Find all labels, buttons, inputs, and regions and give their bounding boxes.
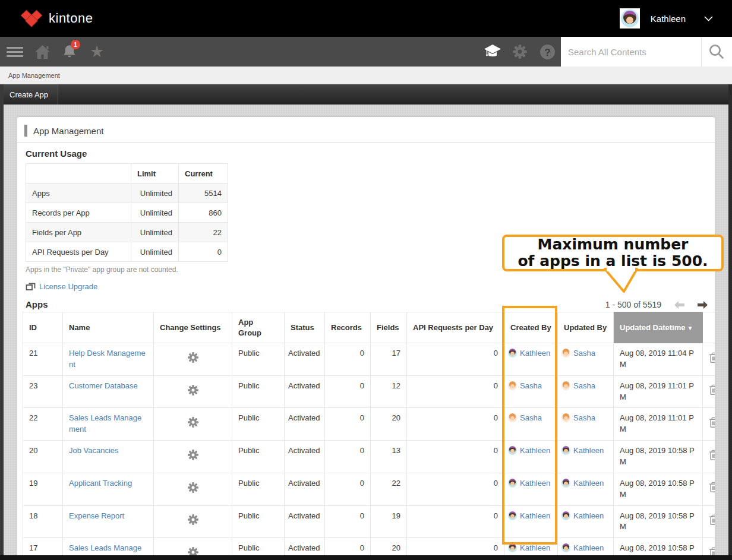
sort-desc-icon: ▼ xyxy=(687,325,693,331)
user-avatar xyxy=(561,381,570,390)
prev-arrow-icon[interactable] xyxy=(674,301,684,309)
breadcrumb-label: App Management xyxy=(8,72,60,79)
action-bar: Create App xyxy=(0,84,732,105)
col-header-app-group: App Group xyxy=(232,312,285,343)
app-name-link[interactable]: Help Desk Management xyxy=(69,349,146,369)
delete-trash-icon[interactable] xyxy=(709,514,715,526)
created-by-link[interactable]: Kathleen xyxy=(520,446,550,455)
app-name-link[interactable]: Customer Database xyxy=(69,381,138,390)
user-avatar xyxy=(508,446,517,455)
app-settings-gear-icon[interactable] xyxy=(187,352,199,363)
updated-by-link[interactable]: Kathleen xyxy=(573,511,604,520)
search-input[interactable] xyxy=(561,38,701,65)
svg-text:?: ? xyxy=(544,46,550,58)
app-records: 0 xyxy=(325,343,371,376)
updated-by-link[interactable]: Sasha xyxy=(573,381,595,390)
app-group: Public xyxy=(232,343,285,376)
current-usage-heading: Current Usage xyxy=(26,148,706,159)
usage-current-value: 22 xyxy=(179,223,228,242)
delete-trash-icon[interactable] xyxy=(709,482,715,493)
app-name-link[interactable]: Sales Leads Management xyxy=(69,413,141,434)
app-name-link[interactable]: Expense Report xyxy=(69,511,124,520)
app-name-link[interactable]: Applicant Tracking xyxy=(69,479,132,488)
usage-limit-value: Unlimited xyxy=(131,203,179,223)
usage-header-limit: Limit xyxy=(131,164,179,183)
table-row: 22 Sales Leads Management Public Activat… xyxy=(23,408,716,441)
hamburger-menu-icon[interactable] xyxy=(1,37,29,67)
app-id: 21 xyxy=(23,343,63,376)
app-api-requests: 0 xyxy=(407,343,504,376)
license-upgrade-link[interactable]: License Upgrade xyxy=(39,282,97,291)
app-status: Activated xyxy=(285,408,325,441)
current-usage-table: Limit Current Apps Unlimited 5514 Record… xyxy=(26,163,228,262)
kintone-logo[interactable]: kintone xyxy=(20,9,93,29)
col-header-id: ID xyxy=(23,312,63,343)
table-row: 23 Customer Database Public Activated 0 xyxy=(23,375,716,408)
col-header-updated-datetime[interactable]: Updated Datetime▼ xyxy=(614,312,703,343)
updated-by-link[interactable]: Sasha xyxy=(573,349,595,357)
app-name-link[interactable]: Job Vacancies xyxy=(69,446,119,455)
created-by-link[interactable]: Kathleen xyxy=(520,349,550,357)
favorites-star-icon[interactable]: ★ xyxy=(83,37,111,67)
delete-trash-icon[interactable] xyxy=(709,450,715,461)
delete-trash-icon[interactable] xyxy=(709,352,715,363)
chevron-down-icon[interactable] xyxy=(704,13,713,24)
app-records: 0 xyxy=(325,408,371,441)
created-by-link[interactable]: Kathleen xyxy=(520,479,550,488)
app-settings-gear-icon[interactable] xyxy=(187,514,199,526)
search-button[interactable] xyxy=(701,37,732,67)
usage-row: Records per App Unlimited 860 xyxy=(26,203,228,223)
app-id: 23 xyxy=(23,375,63,408)
created-by-link[interactable]: Sasha xyxy=(520,413,542,422)
title-accent-bar xyxy=(24,125,27,137)
app-api-requests: 0 xyxy=(407,408,504,441)
global-search xyxy=(561,37,732,67)
app-records: 0 xyxy=(325,441,371,473)
updated-by-link[interactable]: Kathleen xyxy=(573,479,604,488)
user-menu[interactable]: Kathleen xyxy=(620,0,724,37)
col-header-records: Records xyxy=(325,312,371,343)
notification-bell-icon[interactable]: 1 xyxy=(56,37,83,67)
app-fields: 20 xyxy=(371,408,407,441)
notification-badge: 1 xyxy=(71,40,80,49)
app-settings-gear-icon[interactable] xyxy=(187,482,199,493)
app-api-requests: 0 xyxy=(407,375,504,408)
table-row: 21 Help Desk Management Public Activated… xyxy=(23,343,716,376)
gear-icon[interactable] xyxy=(506,37,534,67)
top-header-bar: kintone Kathleen xyxy=(0,0,732,37)
home-icon[interactable] xyxy=(29,37,56,67)
app-settings-gear-icon[interactable] xyxy=(187,384,199,396)
usage-label: Fields per App xyxy=(26,223,131,242)
user-avatar xyxy=(561,446,570,455)
app-records: 0 xyxy=(325,375,371,408)
created-by-link[interactable]: Sasha xyxy=(520,381,542,390)
updated-by-link[interactable]: Sasha xyxy=(573,413,595,422)
graduation-cap-icon[interactable] xyxy=(479,37,506,67)
pagination: 1 - 500 of 5519 xyxy=(605,300,708,309)
updated-by-link[interactable]: Kathleen xyxy=(573,446,604,455)
search-icon xyxy=(708,43,725,61)
user-avatar xyxy=(508,349,517,357)
delete-trash-icon[interactable] xyxy=(709,417,715,428)
next-arrow-icon[interactable] xyxy=(698,301,708,309)
app-settings-gear-icon[interactable] xyxy=(187,416,199,428)
app-updated-datetime: Aug 08, 2019 10:58 PM xyxy=(614,441,703,473)
col-header-created-by: Created By xyxy=(504,312,558,343)
user-avatar xyxy=(508,543,517,552)
delete-trash-icon[interactable] xyxy=(709,384,715,396)
create-app-button[interactable]: Create App xyxy=(0,84,58,105)
annotation-callout-tail xyxy=(600,268,642,293)
app-status: Activated xyxy=(285,441,325,473)
breadcrumb: App Management xyxy=(0,67,732,84)
table-row: 19 Applicant Tracking Public Activated 0 xyxy=(23,473,716,505)
app-group: Public xyxy=(232,473,285,505)
app-settings-gear-icon[interactable] xyxy=(187,449,199,461)
updated-by-link[interactable]: Kathleen xyxy=(573,543,604,552)
created-by-link[interactable]: Kathleen xyxy=(520,543,550,552)
usage-row: Apps Unlimited 5514 xyxy=(26,183,228,203)
created-by-link[interactable]: Kathleen xyxy=(520,511,550,520)
app-status: Activated xyxy=(285,473,325,505)
help-question-icon[interactable]: ? xyxy=(534,37,561,67)
app-id: 18 xyxy=(23,505,63,538)
table-row: 20 Job Vacancies Public Activated 0 13 xyxy=(23,441,716,473)
